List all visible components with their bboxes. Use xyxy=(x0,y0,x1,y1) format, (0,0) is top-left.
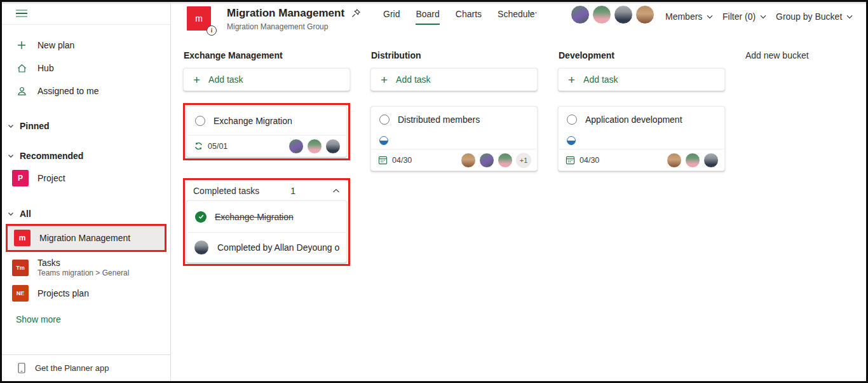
hamburger-menu-icon[interactable] xyxy=(16,8,27,19)
members-dropdown[interactable]: Members xyxy=(665,11,713,22)
plan-tile-icon: m i xyxy=(187,6,211,31)
annotation-box-completed-tasks: Completed tasks 1 Exchange Migration xyxy=(183,178,350,266)
members-label: Members xyxy=(665,11,702,22)
section-label: Pinned xyxy=(20,121,50,131)
tab-charts[interactable]: Charts xyxy=(456,9,482,25)
bucket-development: Development + Add task Application devel… xyxy=(558,49,725,266)
sidebar-section-all[interactable]: All xyxy=(2,207,170,220)
bucket-distribution: Distribution + Add task Distributed memb… xyxy=(370,49,538,266)
task-title: Exchange Migration xyxy=(214,116,292,126)
sidebar-section-recommended[interactable]: Recommended xyxy=(2,150,170,162)
avatar xyxy=(325,139,341,154)
plan-title: Project xyxy=(37,173,65,183)
member-avatars xyxy=(571,5,654,24)
sidebar-plan-project[interactable]: P Project xyxy=(2,166,170,190)
task-complete-radio[interactable] xyxy=(195,116,205,126)
plan-tile-icon: P xyxy=(12,170,29,186)
completed-tasks-header[interactable]: Completed tasks 1 xyxy=(186,181,347,200)
tab-grid[interactable]: Grid xyxy=(383,9,400,25)
avatar[interactable] xyxy=(614,5,633,24)
plan-title: Projects plan xyxy=(37,288,89,298)
avatar xyxy=(685,153,700,168)
sidebar-item-assigned-to-me[interactable]: Assigned to me xyxy=(2,80,170,102)
home-icon xyxy=(16,62,27,74)
avatar xyxy=(461,153,476,168)
group-by-label: Group by Bucket xyxy=(776,11,842,22)
due-date: 04/30 xyxy=(580,156,599,165)
due-date: 05/01 xyxy=(208,142,227,151)
task-card-exchange-migration[interactable]: Exchange Migration 05/01 xyxy=(186,106,347,157)
sidebar-plan-tasks[interactable]: Tm Tasks Teams migration > General xyxy=(2,254,170,281)
extra-assignees-badge: +1 xyxy=(516,153,531,168)
add-task-label: Add task xyxy=(396,74,430,85)
sidebar: New plan Hub Assigned to me Pinned xyxy=(2,2,171,381)
pin-icon[interactable] xyxy=(351,8,361,18)
plus-icon: + xyxy=(193,74,200,86)
chevron-down-icon xyxy=(846,15,853,19)
chevron-up-icon[interactable] xyxy=(332,188,340,193)
calendar-icon xyxy=(378,155,388,165)
info-icon[interactable]: i xyxy=(207,25,217,36)
group-by-dropdown[interactable]: Group by Bucket xyxy=(776,11,853,22)
sidebar-plan-projects-plan[interactable]: NE Projects plan xyxy=(2,281,170,305)
avatar xyxy=(498,153,513,168)
chevron-down-icon xyxy=(8,123,14,129)
avatar xyxy=(703,153,719,168)
add-new-bucket-button[interactable]: Add new bucket xyxy=(745,49,866,266)
sidebar-nav: New plan Hub Assigned to me Pinned xyxy=(2,25,170,354)
plan-tile-icon: m xyxy=(14,230,31,246)
plus-icon xyxy=(16,39,27,51)
get-planner-app-link[interactable]: Get the Planner app xyxy=(2,354,170,381)
show-more-link[interactable]: Show more xyxy=(2,314,170,324)
task-card-distributed-members[interactable]: Distributed members 04/30 xyxy=(370,106,538,171)
page-title: Migration Management xyxy=(227,7,344,20)
sidebar-item-label: New plan xyxy=(37,40,74,50)
in-progress-icon xyxy=(567,136,576,145)
sidebar-header xyxy=(2,2,170,25)
task-complete-radio[interactable] xyxy=(379,115,390,125)
section-label: All xyxy=(20,209,31,219)
add-task-button[interactable]: + Add task xyxy=(183,68,350,91)
avatar xyxy=(194,240,209,255)
avatar[interactable] xyxy=(571,5,590,24)
chevron-down-icon xyxy=(8,153,14,159)
avatar xyxy=(288,139,304,154)
plan-tile-icon: Tm xyxy=(12,260,29,276)
task-card-application-development[interactable]: Application development 04/30 xyxy=(558,106,725,171)
completed-task-title: Exchange Migration xyxy=(215,212,294,222)
plan-header: m i Migration Management Migration Manag… xyxy=(171,2,866,43)
board: Exchange Management + Add task Exchange … xyxy=(171,43,866,266)
sidebar-item-hub[interactable]: Hub xyxy=(2,57,170,80)
plus-icon: + xyxy=(381,74,388,86)
sidebar-plan-migration-management[interactable]: m Migration Management xyxy=(8,226,165,250)
task-complete-radio[interactable] xyxy=(567,115,577,125)
plan-group-subtitle: Migration Management Group xyxy=(227,22,361,31)
main-content: m i Migration Management Migration Manag… xyxy=(171,2,866,381)
completed-tasks-label: Completed tasks xyxy=(193,186,259,196)
avatar[interactable] xyxy=(592,5,611,24)
bucket-exchange-management: Exchange Management + Add task Exchange … xyxy=(183,49,350,266)
add-task-button[interactable]: + Add task xyxy=(370,68,538,91)
plan-title: Migration Management xyxy=(39,233,130,243)
calendar-icon xyxy=(566,155,575,165)
phone-icon xyxy=(18,363,25,373)
plan-breadcrumb: Teams migration > General xyxy=(37,268,129,277)
sidebar-section-pinned[interactable]: Pinned xyxy=(2,120,170,132)
tab-board[interactable]: Board xyxy=(416,9,439,25)
completed-tasks-count: 1 xyxy=(290,186,295,196)
add-task-button[interactable]: + Add task xyxy=(558,68,725,91)
annotation-box-sidebar: m Migration Management xyxy=(6,224,166,252)
sidebar-item-new-plan[interactable]: New plan xyxy=(2,34,170,57)
completed-task-card[interactable]: Exchange Migration Completed by Allan De… xyxy=(186,200,347,263)
filter-dropdown[interactable]: Filter (0) xyxy=(722,11,766,22)
assignee-avatars xyxy=(667,153,719,168)
sidebar-item-label: Hub xyxy=(37,63,54,73)
due-date: 04/30 xyxy=(392,156,412,165)
chevron-down-icon xyxy=(707,15,713,19)
sidebar-item-label: Assigned to me xyxy=(37,86,99,96)
avatar xyxy=(479,153,494,168)
avatar[interactable] xyxy=(635,5,654,24)
more-options-icon[interactable]: ... xyxy=(528,4,538,15)
person-icon xyxy=(16,85,27,97)
completed-check-icon[interactable] xyxy=(195,211,207,223)
